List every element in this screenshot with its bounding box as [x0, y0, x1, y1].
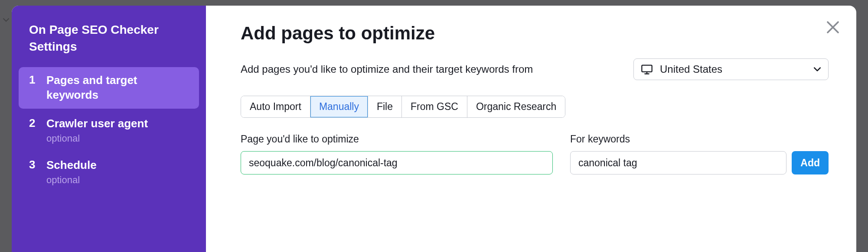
tab-auto-import[interactable]: Auto Import	[241, 96, 310, 117]
country-select[interactable]: United States	[633, 58, 829, 80]
keywords-input[interactable]	[570, 151, 786, 174]
sidebar-item-subtext: optional	[46, 174, 97, 186]
main-panel: Add pages to optimize Add pages you'd li…	[206, 6, 856, 252]
description-row: Add pages you'd like to optimize and the…	[241, 58, 829, 80]
chevron-down-icon	[813, 65, 821, 73]
sidebar-step-number: 1	[29, 73, 46, 103]
sidebar-step-number: 3	[29, 158, 46, 186]
country-name: United States	[660, 63, 722, 75]
form-row: Page you'd like to optimize For keywords…	[241, 133, 829, 174]
tab-from-gsc[interactable]: From GSC	[402, 96, 467, 117]
page-input[interactable]	[241, 151, 553, 174]
add-button[interactable]: Add	[792, 151, 829, 174]
keywords-input-label: For keywords	[570, 133, 829, 145]
sidebar-item-schedule[interactable]: 3 Schedule optional	[19, 152, 199, 192]
description-text: Add pages you'd like to optimize and the…	[241, 63, 533, 75]
close-button[interactable]	[825, 19, 841, 35]
sidebar-item-label: Schedule	[46, 158, 97, 173]
sidebar-item-pages-keywords[interactable]: 1 Pages and target keywords	[19, 67, 199, 109]
tab-organic-research[interactable]: Organic Research	[467, 96, 565, 117]
sidebar-item-label: Crawler user agent	[46, 116, 148, 131]
sidebar: On Page SEO Checker Settings 1 Pages and…	[12, 6, 206, 252]
tab-file[interactable]: File	[368, 96, 402, 117]
tab-manually[interactable]: Manually	[310, 96, 368, 117]
sidebar-title: On Page SEO Checker Settings	[19, 21, 199, 67]
close-icon	[825, 19, 841, 35]
page-input-label: Page you'd like to optimize	[241, 133, 553, 145]
svg-rect-0	[642, 65, 652, 72]
page-title: Add pages to optimize	[241, 23, 829, 44]
settings-modal: On Page SEO Checker Settings 1 Pages and…	[12, 6, 856, 252]
sidebar-item-label: Pages and target keywords	[46, 73, 190, 103]
desktop-icon	[641, 63, 653, 75]
sidebar-item-crawler-user-agent[interactable]: 2 Crawler user agent optional	[19, 110, 199, 150]
chevron-down-icon	[3, 16, 10, 23]
source-tabs: Auto Import Manually File From GSC Organ…	[241, 96, 565, 118]
sidebar-item-subtext: optional	[46, 133, 148, 144]
sidebar-step-number: 2	[29, 116, 46, 144]
